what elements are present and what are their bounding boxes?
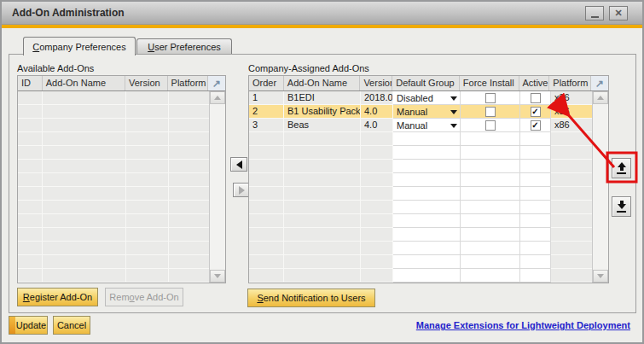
scroll-up-icon[interactable] bbox=[210, 91, 225, 104]
empty-row bbox=[18, 214, 225, 228]
force-install-checkbox[interactable] bbox=[485, 93, 496, 103]
right-table-scrollbar[interactable] bbox=[592, 91, 608, 283]
default-group-dropdown[interactable]: Manual bbox=[393, 105, 461, 119]
platform-cell: x86 bbox=[551, 119, 593, 132]
assigned-addons-body: 1 B1EDI 2018.02.0 Disabled x86 2 B1 Usab… bbox=[249, 91, 608, 283]
active-checkbox[interactable] bbox=[531, 93, 541, 103]
table-row[interactable]: 3 Beas 4.0 Manual x86 bbox=[249, 119, 608, 132]
force-install-checkbox[interactable] bbox=[485, 120, 496, 131]
addon-name-cell: B1 Usability Packag bbox=[284, 105, 361, 119]
active-checkbox[interactable] bbox=[531, 120, 541, 131]
empty-row bbox=[18, 201, 225, 214]
empty-row bbox=[249, 269, 608, 283]
move-row-up-button[interactable] bbox=[612, 158, 631, 178]
col-header-name[interactable]: Add-On Name bbox=[43, 76, 125, 90]
col-header-platform[interactable]: Platform bbox=[168, 76, 209, 90]
scroll-up-icon[interactable] bbox=[593, 91, 608, 104]
empty-row bbox=[18, 105, 225, 119]
arrow-left-icon bbox=[236, 160, 242, 169]
default-group-dropdown[interactable]: Manual bbox=[393, 119, 461, 132]
close-button[interactable]: ✕ bbox=[609, 6, 628, 20]
empty-row bbox=[249, 228, 608, 242]
send-notification-label: Send Notification to Users bbox=[257, 293, 365, 303]
tab-user-label: User Preferences bbox=[148, 42, 221, 52]
order-cell: 1 bbox=[249, 91, 284, 105]
default-group-value: Disabled bbox=[397, 93, 433, 103]
empty-row bbox=[18, 91, 225, 105]
platform-cell: x86 bbox=[551, 91, 593, 105]
addon-name-cell: B1EDI bbox=[284, 91, 361, 105]
force-install-checkbox[interactable] bbox=[485, 107, 496, 117]
close-icon: ✕ bbox=[614, 9, 622, 18]
active-cell bbox=[520, 119, 551, 132]
cancel-button[interactable]: Cancel bbox=[53, 316, 90, 335]
chevron-down-icon bbox=[450, 96, 457, 101]
default-group-value: Manual bbox=[397, 107, 427, 117]
version-cell: 4.0 bbox=[361, 105, 393, 119]
expand-table-icon[interactable]: ↗ bbox=[591, 76, 608, 90]
minimize-icon bbox=[591, 16, 599, 18]
empty-row bbox=[249, 173, 608, 187]
platform-cell: x86 bbox=[551, 105, 593, 119]
empty-row bbox=[249, 187, 608, 201]
empty-row bbox=[18, 119, 225, 132]
col-header-platform[interactable]: Platform bbox=[549, 76, 591, 90]
empty-row bbox=[249, 201, 608, 214]
expand-table-icon[interactable]: ↗ bbox=[208, 76, 225, 90]
addon-administration-dialog: Add-On Administration ✕ Company Preferen… bbox=[0, 0, 644, 344]
force-install-cell bbox=[461, 91, 520, 105]
scroll-down-icon[interactable] bbox=[593, 270, 608, 283]
order-cell: 2 bbox=[249, 105, 284, 119]
assign-addon-button[interactable] bbox=[230, 157, 247, 172]
col-header-active[interactable]: Active bbox=[519, 76, 550, 90]
register-addon-button[interactable]: Register Add-On bbox=[17, 288, 98, 306]
move-row-down-button[interactable] bbox=[612, 196, 631, 217]
col-header-version[interactable]: Version bbox=[360, 76, 392, 90]
minimize-button[interactable] bbox=[585, 6, 604, 20]
table-row[interactable]: 1 B1EDI 2018.02.0 Disabled x86 bbox=[249, 91, 608, 105]
scroll-down-icon[interactable] bbox=[210, 270, 225, 283]
available-addons-label: Available Add-Ons bbox=[17, 63, 94, 73]
col-header-default-group[interactable]: Default Group bbox=[392, 76, 460, 90]
empty-row bbox=[249, 255, 608, 269]
update-button[interactable]: Update bbox=[9, 316, 48, 335]
active-cell bbox=[520, 105, 551, 119]
unassign-addon-button bbox=[233, 183, 250, 197]
col-header-force-install[interactable]: Force Install bbox=[460, 76, 519, 90]
remove-addon-label: Remove Add-On bbox=[109, 292, 178, 302]
left-table-scrollbar[interactable] bbox=[209, 91, 225, 283]
default-group-value: Manual bbox=[397, 120, 427, 131]
empty-row bbox=[18, 132, 225, 146]
update-label: Update bbox=[16, 320, 46, 330]
table-row-selected[interactable]: 2 B1 Usability Packag 4.0 Manual x86 bbox=[249, 105, 608, 119]
arrow-right-icon bbox=[239, 186, 245, 195]
empty-row bbox=[249, 146, 608, 160]
default-group-dropdown[interactable]: Disabled bbox=[393, 91, 461, 105]
available-addons-body bbox=[18, 91, 225, 283]
active-checkbox[interactable] bbox=[531, 107, 541, 117]
empty-row bbox=[249, 242, 608, 255]
tab-company-preferences[interactable]: Company Preferences bbox=[23, 37, 136, 55]
addon-name-cell: Beas bbox=[284, 119, 361, 132]
register-addon-label: Register Add-On bbox=[23, 292, 92, 302]
assigned-addons-header: Order Add-On Name Version Default Group … bbox=[249, 76, 608, 91]
col-header-order[interactable]: Order bbox=[249, 76, 284, 90]
col-header-version[interactable]: Version bbox=[125, 76, 168, 90]
company-assigned-addons-table: Order Add-On Name Version Default Group … bbox=[248, 75, 609, 283]
tab-user-preferences[interactable]: User Preferences bbox=[136, 38, 232, 54]
empty-row bbox=[249, 214, 608, 228]
empty-row bbox=[18, 160, 225, 173]
col-header-addon-name[interactable]: Add-On Name bbox=[284, 76, 361, 90]
cancel-label: Cancel bbox=[57, 320, 86, 330]
manage-extensions-link[interactable]: Manage Extensions for Lightweight Deploy… bbox=[416, 320, 630, 330]
send-notification-button[interactable]: Send Notification to Users bbox=[247, 289, 375, 307]
accent-line bbox=[2, 25, 642, 28]
empty-row bbox=[18, 228, 225, 242]
col-header-id[interactable]: ID bbox=[18, 76, 43, 90]
empty-row bbox=[18, 187, 225, 201]
title-bar: Add-On Administration ✕ bbox=[2, 2, 642, 25]
empty-row bbox=[18, 173, 225, 187]
window-title: Add-On Administration bbox=[12, 2, 125, 25]
arrow-down-icon bbox=[618, 204, 626, 209]
company-assigned-addons-label: Company-Assigned Add-Ons bbox=[248, 63, 369, 73]
